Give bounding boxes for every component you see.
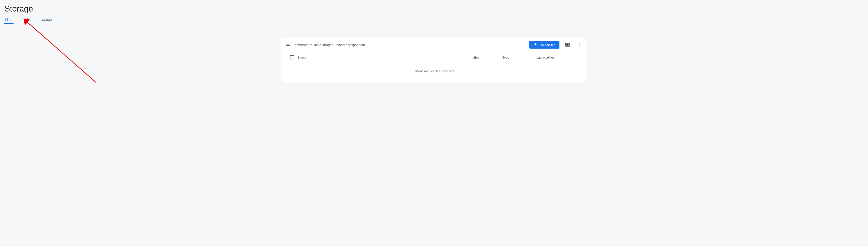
column-header-size[interactable]: Size — [473, 56, 502, 59]
tab-files[interactable]: Files — [4, 16, 13, 24]
column-header-type[interactable]: Type — [502, 56, 536, 59]
svg-point-2 — [579, 46, 580, 47]
upload-icon — [533, 43, 537, 47]
bucket-path: gs://react-multiple-images-upload.appspo… — [294, 43, 525, 47]
tab-rules[interactable]: Rules — [22, 16, 32, 24]
table-header: Name Size Type Last modified — [281, 52, 587, 63]
svg-point-1 — [579, 44, 580, 45]
svg-point-0 — [579, 43, 580, 44]
select-all-checkbox[interactable] — [290, 55, 294, 59]
column-header-name[interactable]: Name — [298, 56, 473, 59]
more-menu-icon[interactable] — [576, 41, 583, 49]
link-icon — [285, 42, 290, 47]
new-folder-icon[interactable] — [563, 41, 572, 49]
empty-state-message: There are no files here yet — [281, 63, 587, 83]
upload-button-label: Upload file — [539, 43, 555, 47]
tab-usage[interactable]: Usage — [41, 16, 53, 24]
column-header-modified[interactable]: Last modified — [536, 56, 582, 59]
tabs: Files Rules Usage — [0, 16, 868, 24]
storage-card: gs://react-multiple-images-upload.appspo… — [281, 37, 587, 83]
upload-file-button[interactable]: Upload file — [529, 41, 559, 49]
page-title: Storage — [0, 4, 868, 16]
card-toolbar: gs://react-multiple-images-upload.appspo… — [281, 37, 587, 52]
